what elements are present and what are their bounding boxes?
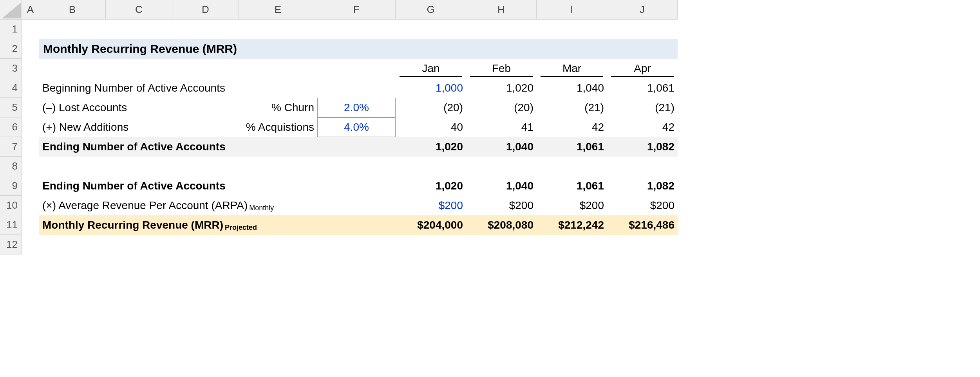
cell-A10[interactable] <box>22 196 39 215</box>
spreadsheet-grid[interactable]: A B C D E F G H I J 1 2 Monthly Recurrin… <box>0 0 980 254</box>
col-head-I[interactable]: I <box>537 0 607 20</box>
arpa-sub: Monthly <box>249 204 274 212</box>
month-apr[interactable]: Apr <box>611 61 674 77</box>
end2-jan[interactable]: 1,020 <box>396 176 466 196</box>
mrr-apr[interactable]: $216,486 <box>607 215 678 235</box>
begin-mar[interactable]: 1,040 <box>537 78 607 98</box>
row-head-6[interactable]: 6 <box>0 117 22 137</box>
col-head-C[interactable]: C <box>106 0 172 20</box>
arpa-feb[interactable]: $200 <box>466 196 537 215</box>
mrr-text: Monthly Recurring Revenue (MRR) <box>42 219 223 231</box>
row-head-4[interactable]: 4 <box>0 78 22 98</box>
end-apr[interactable]: 1,082 <box>607 137 678 157</box>
cell-A7[interactable] <box>22 137 39 157</box>
new-jan[interactable]: 40 <box>396 117 466 137</box>
cell-A12[interactable] <box>22 235 39 254</box>
cell-A4[interactable] <box>22 78 39 98</box>
label-acq[interactable]: % Acquistions <box>172 117 317 137</box>
month-jan[interactable]: Jan <box>400 61 462 77</box>
col-head-H[interactable]: H <box>466 0 537 20</box>
arpa-mar[interactable]: $200 <box>537 196 607 215</box>
cell-A5[interactable] <box>22 98 39 117</box>
lost-feb[interactable]: (20) <box>466 98 537 117</box>
cell-A11[interactable] <box>22 215 39 235</box>
col-head-J[interactable]: J <box>607 0 678 20</box>
col-head-A[interactable]: A <box>22 0 39 20</box>
col-head-B[interactable]: B <box>39 0 106 20</box>
cell-A1[interactable] <box>22 20 39 39</box>
end-mar[interactable]: 1,061 <box>537 137 607 157</box>
label-mrr[interactable]: Monthly Recurring Revenue (MRR) Projecte… <box>39 215 396 235</box>
arpa-apr[interactable]: $200 <box>607 196 678 215</box>
end2-apr[interactable]: 1,082 <box>607 176 678 196</box>
col-head-D[interactable]: D <box>172 0 239 20</box>
churn-input[interactable]: 2.0% <box>317 98 396 117</box>
title-cell[interactable]: Monthly Recurring Revenue (MRR) <box>39 39 678 59</box>
acq-input[interactable]: 4.0% <box>317 117 396 137</box>
row-head-12[interactable]: 12 <box>0 235 22 254</box>
end2-feb[interactable]: 1,040 <box>466 176 537 196</box>
cell-A3[interactable] <box>22 59 39 78</box>
row-head-1[interactable]: 1 <box>0 20 22 39</box>
row-head-11[interactable]: 11 <box>0 215 22 235</box>
row-head-8[interactable]: 8 <box>0 157 22 176</box>
select-all-corner[interactable] <box>0 0 22 20</box>
end2-mar[interactable]: 1,061 <box>537 176 607 196</box>
label-lost[interactable]: (–) Lost Accounts <box>39 98 172 117</box>
lost-apr[interactable]: (21) <box>607 98 678 117</box>
label-end-accounts[interactable]: Ending Number of Active Accounts <box>39 137 396 157</box>
arpa-jan[interactable]: $200 <box>396 196 466 215</box>
end-feb[interactable]: 1,040 <box>466 137 537 157</box>
month-mar[interactable]: Mar <box>541 61 603 77</box>
col-head-E[interactable]: E <box>239 0 317 20</box>
arpa-text: (×) Average Revenue Per Account (ARPA) <box>42 199 248 212</box>
begin-jan[interactable]: 1,000 <box>396 78 466 98</box>
label-arpa[interactable]: (×) Average Revenue Per Account (ARPA) M… <box>39 196 396 215</box>
label-end-accounts-2[interactable]: Ending Number of Active Accounts <box>39 176 396 196</box>
month-feb[interactable]: Feb <box>470 61 533 77</box>
label-churn[interactable]: % Churn <box>172 98 317 117</box>
cell-B1[interactable] <box>39 20 678 39</box>
cell-B3[interactable] <box>39 59 396 78</box>
lost-jan[interactable]: (20) <box>396 98 466 117</box>
cell-A6[interactable] <box>22 117 39 137</box>
cell-B12[interactable] <box>39 235 678 254</box>
cell-A8[interactable] <box>22 157 39 176</box>
row-head-3[interactable]: 3 <box>0 59 22 78</box>
new-apr[interactable]: 42 <box>607 117 678 137</box>
row-head-9[interactable]: 9 <box>0 176 22 196</box>
label-begin-accounts[interactable]: Beginning Number of Active Accounts <box>39 78 396 98</box>
mrr-sub: Projected <box>225 224 257 232</box>
cell-B8[interactable] <box>39 157 678 176</box>
col-head-F[interactable]: F <box>317 0 396 20</box>
begin-feb[interactable]: 1,020 <box>466 78 537 98</box>
row-head-10[interactable]: 10 <box>0 196 22 215</box>
row-head-2[interactable]: 2 <box>0 39 22 59</box>
mrr-jan[interactable]: $204,000 <box>396 215 466 235</box>
mrr-feb[interactable]: $208,080 <box>466 215 537 235</box>
col-head-G[interactable]: G <box>396 0 466 20</box>
cell-A2[interactable] <box>22 39 39 59</box>
row-head-5[interactable]: 5 <box>0 98 22 117</box>
row-head-7[interactable]: 7 <box>0 137 22 157</box>
begin-apr[interactable]: 1,061 <box>607 78 678 98</box>
mrr-mar[interactable]: $212,242 <box>537 215 607 235</box>
lost-mar[interactable]: (21) <box>537 98 607 117</box>
new-mar[interactable]: 42 <box>537 117 607 137</box>
cell-A9[interactable] <box>22 176 39 196</box>
new-feb[interactable]: 41 <box>466 117 537 137</box>
label-new[interactable]: (+) New Additions <box>39 117 172 137</box>
end-jan[interactable]: 1,020 <box>396 137 466 157</box>
